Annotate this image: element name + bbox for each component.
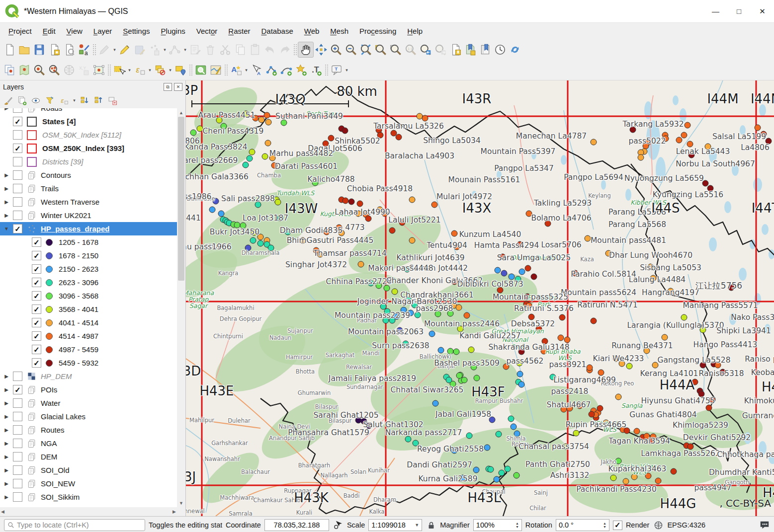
layer-hp-dem[interactable]: ▶HP_DEM xyxy=(0,370,177,383)
toggle-editing-icon[interactable] xyxy=(117,42,132,57)
expand-arrow-icon[interactable]: ▶ xyxy=(0,213,13,218)
map-tips-icon[interactable]: T xyxy=(329,63,344,77)
spinner-arrows-icon[interactable]: ▲▼ xyxy=(603,522,606,529)
save-project-icon[interactable] xyxy=(32,42,47,57)
filter-by-expression-icon[interactable]: ε xyxy=(58,95,70,106)
layer-group-nga[interactable]: ▶NGA xyxy=(0,437,177,450)
layer-group-routes[interactable]: ▶Routes xyxy=(0,423,177,437)
manage-map-themes-icon[interactable] xyxy=(30,95,42,106)
show-bookmarks-icon[interactable] xyxy=(478,42,493,57)
magnifier-spinbox[interactable]: 100% ▲▼ xyxy=(473,519,522,531)
legend-class-1678-2150[interactable]: ✓1678 - 2150 xyxy=(0,249,177,262)
layer-checkbox[interactable]: ✓ xyxy=(32,264,41,274)
layer-group-water[interactable]: ▶Water xyxy=(0,396,177,410)
zoom-to-feature-icon[interactable] xyxy=(32,63,47,77)
layer-checkbox[interactable]: ✓ xyxy=(13,224,22,233)
layer-checkbox[interactable] xyxy=(13,211,22,220)
layer-checkbox[interactable]: ✓ xyxy=(32,291,41,301)
expand-arrow-icon[interactable]: ▶ xyxy=(0,199,13,205)
new-bookmark-icon[interactable] xyxy=(448,42,463,57)
layer-group-trails[interactable]: ▶Trails xyxy=(0,182,177,195)
expand-all-icon[interactable] xyxy=(79,95,91,106)
expand-arrow-icon[interactable]: ▶ xyxy=(0,400,13,406)
menu-raster[interactable]: Raster xyxy=(223,24,256,38)
menu-view[interactable]: View xyxy=(61,24,88,38)
temporal-controller-icon[interactable] xyxy=(493,42,508,57)
new-map-bookmark-icon[interactable] xyxy=(463,42,478,57)
coordinate-input[interactable]: 78.035,32.188 xyxy=(264,519,329,531)
crs-value[interactable]: EPSG:4326 xyxy=(667,521,705,529)
new-project-icon[interactable] xyxy=(2,42,17,57)
minimize-button[interactable]: — xyxy=(704,0,727,22)
layer-checkbox[interactable] xyxy=(13,465,22,475)
panel-close-button[interactable]: ✕ xyxy=(174,83,182,91)
layer-states-4-[interactable]: ✓States [4] xyxy=(0,115,177,128)
layer-group-western-traverse[interactable]: ▶Western Traverse xyxy=(0,195,177,209)
legend-class-1205-1678[interactable]: ✓1205 - 1678 xyxy=(0,235,177,249)
rotation-spinbox[interactable]: 0.0 ° ▲▼ xyxy=(556,519,609,531)
map-theme-icon[interactable] xyxy=(17,63,32,77)
expand-arrow-icon[interactable]: ▶ xyxy=(0,481,13,486)
spinner-arrows-icon[interactable]: ▲▼ xyxy=(516,522,519,529)
layer-checkbox[interactable]: ✓ xyxy=(32,318,41,327)
menu-processing[interactable]: Processing xyxy=(354,24,402,38)
add-group-icon[interactable] xyxy=(16,95,28,106)
zoom-full-icon[interactable] xyxy=(358,42,373,57)
panel-float-button[interactable]: ⧉ xyxy=(164,83,172,91)
menu-web[interactable]: Web xyxy=(299,24,325,38)
zoom-to-layer-icon[interactable] xyxy=(388,42,403,57)
layer-checkbox[interactable] xyxy=(13,425,22,435)
zoom-in-icon[interactable] xyxy=(329,42,344,57)
map-canvas[interactable]: ChambaDalhousieSihuntaDharamshalaKangraB… xyxy=(186,80,774,516)
layer-checkbox[interactable] xyxy=(13,130,22,140)
expand-arrow-icon[interactable]: ▶ xyxy=(0,186,13,191)
select-rectangle-dropdown-icon[interactable]: ▾ xyxy=(127,68,132,73)
maximize-button[interactable]: □ xyxy=(727,0,751,22)
layer-checkbox[interactable] xyxy=(13,492,22,502)
frame-feature-icon[interactable] xyxy=(91,63,106,77)
layer-checkbox[interactable] xyxy=(13,108,22,113)
layer-group-dem[interactable]: ▶DEM xyxy=(0,450,177,463)
legend-class-3568-4041[interactable]: ✓3568 - 4041 xyxy=(0,303,177,316)
layer-checkbox[interactable] xyxy=(13,452,22,461)
layer-checkbox[interactable] xyxy=(13,372,22,381)
legend-class-4514-4987[interactable]: ✓4514 - 4987 xyxy=(0,329,177,343)
zoom-out-icon[interactable] xyxy=(344,42,358,57)
layer-group-soi-sikkim[interactable]: ▶SOI_Sikkim xyxy=(0,490,177,504)
layer-group-glacial-lakes[interactable]: ▶Glacial Lakes xyxy=(0,410,177,423)
layer-group-winter-uk2021[interactable]: ▶Winter UK2021 xyxy=(0,209,177,222)
legend-class-2623-3096[interactable]: ✓2623 - 3096 xyxy=(0,276,177,289)
add-marker-annotation-icon[interactable] xyxy=(294,63,309,77)
crs-globe-icon[interactable] xyxy=(653,520,664,531)
collapse-all-icon[interactable] xyxy=(92,95,105,106)
deselect-all-dropdown-icon[interactable]: ▾ xyxy=(168,68,173,73)
layer-checkbox[interactable]: ✓ xyxy=(32,304,41,314)
render-checkbox[interactable]: ✓ xyxy=(613,521,622,530)
toggle-extents-icon[interactable] xyxy=(333,520,344,531)
layer-checkbox[interactable]: ✓ xyxy=(32,358,41,368)
label-select-icon[interactable]: A xyxy=(249,63,264,77)
expand-arrow-icon[interactable]: ▶ xyxy=(0,494,13,500)
layer-checkbox[interactable]: ✓ xyxy=(32,345,41,354)
layer-checkbox[interactable] xyxy=(13,439,22,448)
layer-checkbox[interactable] xyxy=(13,479,22,488)
expand-arrow-icon[interactable]: ▶ xyxy=(0,172,13,178)
deselect-all-icon[interactable] xyxy=(153,63,168,77)
layer-roads[interactable]: ▶Roads xyxy=(0,108,177,115)
close-button[interactable]: ✕ xyxy=(751,0,774,22)
scrollbar-thumb[interactable] xyxy=(178,117,184,281)
scroll-up-arrow-icon[interactable]: ▲ xyxy=(177,108,185,117)
expand-arrow-icon[interactable]: ▶ xyxy=(0,374,13,379)
layout-manager-icon[interactable] xyxy=(62,42,77,57)
legend-class-3096-3568[interactable]: ✓3096 - 3568 xyxy=(0,289,177,303)
expand-arrow-icon[interactable]: ▶ xyxy=(0,108,13,111)
menu-help[interactable]: Help xyxy=(402,24,428,38)
layer-checkbox[interactable]: ✓ xyxy=(32,278,41,287)
style-manager-icon[interactable]: a xyxy=(77,42,91,57)
layer-osm-250k-index-393-[interactable]: ✓OSM_250K_Index [393] xyxy=(0,142,177,155)
expand-arrow-icon[interactable]: ▶ xyxy=(0,414,13,419)
messages-icon[interactable] xyxy=(759,520,770,531)
layer-checkbox[interactable] xyxy=(13,412,22,421)
layer-checkbox[interactable]: ✓ xyxy=(32,251,41,260)
digitize-dropdown-icon[interactable]: ▾ xyxy=(162,47,168,52)
